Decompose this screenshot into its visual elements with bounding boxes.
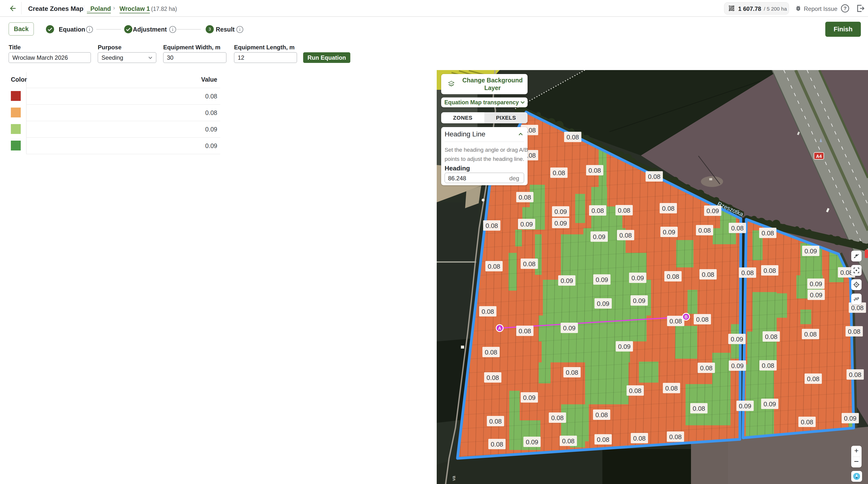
svg-text:0.08: 0.08: [562, 438, 575, 445]
svg-text:0.08: 0.08: [848, 328, 861, 335]
svg-text:0.09: 0.09: [633, 297, 646, 304]
svg-text:?: ?: [843, 5, 847, 11]
svg-text:0.08: 0.08: [629, 387, 642, 394]
svg-text:0.08: 0.08: [633, 435, 646, 442]
svg-text:0.08: 0.08: [519, 327, 531, 335]
svg-text:0.08: 0.08: [566, 369, 579, 376]
svg-text:0.08: 0.08: [669, 433, 682, 441]
svg-text:A4: A4: [816, 154, 822, 159]
svg-text:0.09: 0.09: [707, 207, 719, 215]
svg-text:0.08: 0.08: [804, 330, 817, 338]
svg-text:A: A: [498, 326, 501, 331]
svg-text:0.08: 0.08: [670, 318, 682, 325]
svg-text:0.08: 0.08: [762, 362, 774, 369]
svg-text:0.08: 0.08: [487, 374, 499, 381]
svg-text:0.08: 0.08: [618, 207, 630, 214]
svg-text:0.08: 0.08: [589, 167, 601, 174]
svg-text:0.08: 0.08: [595, 411, 608, 419]
svg-text:0.09: 0.09: [520, 221, 533, 228]
svg-text:0.08: 0.08: [693, 405, 705, 412]
svg-text:0.09: 0.09: [663, 228, 676, 236]
svg-text:0.08: 0.08: [619, 232, 632, 239]
svg-text:0.09: 0.09: [555, 208, 567, 215]
svg-text:0.09: 0.09: [731, 362, 744, 369]
svg-text:0.08: 0.08: [764, 267, 776, 274]
svg-text:0.08: 0.08: [667, 273, 679, 280]
svg-text:0.09: 0.09: [739, 402, 751, 410]
svg-text:0.08: 0.08: [597, 436, 610, 443]
svg-text:0.09: 0.09: [563, 324, 576, 332]
svg-text:0.08: 0.08: [665, 385, 678, 392]
svg-text:3D: 3D: [855, 297, 858, 301]
svg-text:0.08: 0.08: [731, 224, 744, 232]
svg-text:0.09: 0.09: [596, 276, 608, 284]
svg-text:0.09: 0.09: [731, 335, 743, 343]
svg-text:0.09: 0.09: [810, 280, 822, 288]
svg-text:0.08: 0.08: [849, 371, 862, 379]
svg-text:0.08: 0.08: [840, 269, 853, 276]
svg-text:0.08: 0.08: [700, 364, 713, 372]
svg-text:0.08: 0.08: [566, 133, 579, 141]
svg-text:0.08: 0.08: [488, 263, 500, 270]
svg-text:0.08: 0.08: [648, 173, 661, 180]
svg-text:B: B: [685, 315, 688, 319]
svg-text:0.08: 0.08: [696, 316, 709, 323]
svg-text:0.08: 0.08: [486, 222, 498, 229]
svg-text:0.08: 0.08: [489, 418, 502, 425]
svg-text:0.09: 0.09: [631, 274, 644, 282]
svg-text:0.09: 0.09: [805, 248, 817, 255]
svg-text:0.09: 0.09: [593, 233, 606, 240]
svg-text:0.09: 0.09: [618, 343, 631, 350]
svg-text:0.09: 0.09: [810, 291, 823, 299]
svg-text:0.08: 0.08: [491, 441, 503, 448]
svg-text:0.08: 0.08: [702, 271, 714, 278]
svg-text:0.09: 0.09: [764, 400, 776, 408]
svg-text:0.08: 0.08: [741, 269, 754, 277]
svg-text:0.08: 0.08: [662, 205, 675, 212]
svg-text:0.09: 0.09: [844, 415, 857, 422]
svg-text:0.08: 0.08: [801, 418, 813, 426]
svg-text:0.08: 0.08: [523, 260, 536, 268]
svg-text:0.08: 0.08: [765, 333, 778, 341]
svg-text:0.08: 0.08: [551, 414, 564, 422]
svg-text:0.08: 0.08: [553, 169, 565, 176]
svg-text:0.08: 0.08: [807, 375, 819, 383]
svg-text:va: va: [451, 476, 456, 481]
svg-text:0.09: 0.09: [597, 300, 610, 308]
svg-text:0.09: 0.09: [561, 277, 573, 284]
svg-text:0.08: 0.08: [482, 308, 494, 315]
svg-text:0.08: 0.08: [699, 227, 711, 234]
svg-text:0.09: 0.09: [526, 439, 538, 446]
svg-text:0.09: 0.09: [555, 220, 567, 227]
svg-text:0.08: 0.08: [762, 229, 774, 237]
svg-text:0.08: 0.08: [485, 349, 497, 356]
svg-text:0.09: 0.09: [523, 394, 536, 401]
svg-text:0.08: 0.08: [851, 304, 864, 312]
svg-text:0.08: 0.08: [591, 207, 604, 214]
svg-text:0.08: 0.08: [519, 194, 531, 201]
